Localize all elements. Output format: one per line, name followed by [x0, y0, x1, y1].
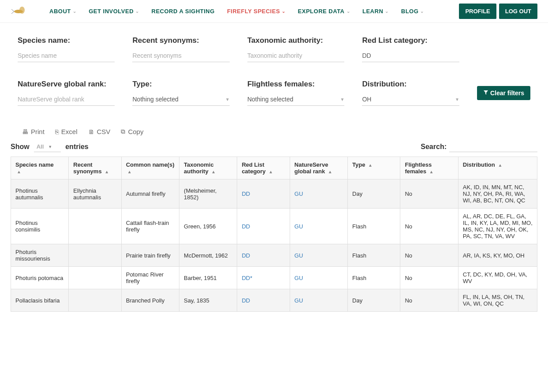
nav-item-record-a-sighting[interactable]: RECORD A SIGHTING — [152, 8, 215, 15]
table-cell: GU — [290, 179, 347, 209]
nav-item-learn[interactable]: LEARN⌄ — [362, 8, 389, 15]
table-row: Photinus consimilisCattail flash-train f… — [11, 209, 537, 244]
select-value: Nothing selected — [132, 96, 178, 103]
csv-icon: 🗎 — [88, 128, 94, 135]
logout-button[interactable]: LOG OUT — [499, 4, 537, 19]
cell-link[interactable]: GU — [295, 223, 303, 230]
column-label: Red List category — [242, 161, 265, 175]
type-select[interactable]: Nothing selected ▼ — [132, 93, 229, 106]
filter-recent-synonyms: Recent synonyms: — [132, 36, 229, 62]
column-header[interactable]: Red List category ▲ — [237, 157, 290, 179]
entries-value: All — [37, 143, 44, 150]
table-cell: No — [400, 179, 458, 209]
clear-filters-button[interactable]: Clear filters — [477, 86, 530, 100]
nav-label: LEARN — [362, 8, 383, 15]
table-controls: Show All ▼ entries Search: — [0, 140, 548, 157]
table-cell: Photuris missouriensis — [11, 244, 69, 267]
cell-link[interactable]: GU — [295, 252, 303, 259]
search-input[interactable] — [449, 142, 537, 152]
cell-link[interactable]: DD — [242, 190, 250, 197]
cell-link[interactable]: DD* — [242, 275, 252, 281]
filter-label: Species name: — [18, 36, 115, 45]
nav-item-get-involved[interactable]: GET INVOLVED⌄ — [89, 8, 139, 15]
nav-label: EXPLORE DATA — [298, 8, 345, 15]
svg-point-1 — [19, 7, 25, 14]
table-cell: Autumnal firefly — [121, 179, 179, 209]
column-header[interactable]: Taxonomic authority ▲ — [179, 157, 237, 179]
table-row: Photuris potomacaPotomac River fireflyBa… — [11, 267, 537, 289]
table-cell: DD — [237, 244, 290, 267]
table-cell: DD — [237, 209, 290, 244]
filter-species-name: Species name: — [18, 36, 115, 62]
column-header[interactable]: Flightless females ▲ — [400, 157, 458, 179]
column-header[interactable]: Distribution ▲ — [458, 157, 537, 179]
caret-down-icon: ▼ — [455, 97, 459, 102]
table-cell: (Melsheimer, 1852) — [179, 179, 237, 209]
cell-link[interactable]: GU — [295, 297, 303, 304]
species-name-input[interactable] — [18, 49, 115, 62]
cell-link[interactable]: DD — [242, 223, 250, 230]
natureserve-input[interactable] — [18, 93, 115, 106]
filter-label: Taxonomic authority: — [247, 36, 344, 45]
profile-button[interactable]: PROFILE — [459, 4, 496, 19]
copy-button[interactable]: ⧉Copy — [121, 128, 143, 135]
sort-caret-icon: ▲ — [429, 169, 434, 174]
svg-line-2 — [11, 11, 14, 14]
cell-link[interactable]: GU — [295, 275, 303, 281]
table-cell: DD — [237, 179, 290, 209]
cell-link[interactable]: DD — [242, 297, 250, 304]
filter-flightless: Flightless females: Nothing selected ▼ — [247, 80, 344, 106]
filter-label: Distribution: — [362, 80, 459, 89]
recent-synonyms-input[interactable] — [132, 49, 229, 62]
copy-icon: ⧉ — [121, 128, 125, 135]
select-value: OH — [362, 96, 371, 103]
table-cell: Prairie train firefly — [121, 244, 179, 267]
cell-link[interactable]: GU — [295, 190, 303, 197]
column-header[interactable]: Recent synonyms ▲ — [69, 157, 121, 179]
excel-button[interactable]: ⎘Excel — [55, 128, 78, 135]
nav-item-firefly-species[interactable]: FIREFLY SPECIES⌄ — [227, 8, 286, 15]
entries-label: entries — [65, 143, 88, 151]
filter-label: Recent synonyms: — [132, 36, 229, 45]
nav-label: BLOG — [401, 8, 419, 15]
logo[interactable] — [11, 5, 28, 18]
column-header[interactable]: NatureServe global rank ▲ — [290, 157, 347, 179]
nav-item-blog[interactable]: BLOG⌄ — [401, 8, 424, 15]
clear-filters-wrap: Clear filters — [477, 80, 530, 106]
flightless-select[interactable]: Nothing selected ▼ — [247, 93, 344, 106]
red-list-input[interactable] — [362, 49, 459, 62]
table-cell: Day — [348, 179, 400, 209]
cell-link[interactable]: DD — [242, 252, 250, 259]
nav-item-about[interactable]: ABOUT⌄ — [49, 8, 76, 15]
filter-distribution: Distribution: OH ▼ — [362, 80, 459, 106]
distribution-select[interactable]: OH ▼ — [362, 93, 459, 106]
table-cell: GU — [290, 267, 347, 289]
excel-icon: ⎘ — [55, 128, 59, 135]
column-header[interactable]: Common name(s) ▲ — [121, 157, 179, 179]
table-row: Photinus autumnalisEllychnia autumnalisA… — [11, 179, 537, 209]
table-cell: Cattail flash-train firefly — [121, 209, 179, 244]
chevron-down-icon: ⌄ — [73, 9, 77, 14]
chevron-down-icon: ⌄ — [135, 9, 139, 14]
sort-caret-icon: ▲ — [498, 163, 502, 168]
column-label: Recent synonyms — [73, 161, 101, 175]
excel-label: Excel — [61, 128, 78, 135]
taxonomic-authority-input[interactable] — [247, 49, 344, 62]
select-value: Nothing selected — [247, 96, 293, 103]
table-cell: Flash — [348, 244, 400, 267]
table-row: Pollaclasis bifariaBranched PollySay, 18… — [11, 289, 537, 312]
table-cell: DD* — [237, 267, 290, 289]
csv-button[interactable]: 🗎CSV — [88, 128, 111, 135]
table-cell: Photuris potomaca — [11, 267, 69, 289]
column-header[interactable]: Type ▲ — [348, 157, 400, 179]
nav-label: GET INVOLVED — [89, 8, 134, 15]
table-cell: AL, AR, DC, DE, FL, GA, IL, IN, KY, LA, … — [458, 209, 537, 244]
sort-caret-icon: ▲ — [268, 169, 273, 174]
column-header[interactable]: Species name ▲ — [11, 157, 69, 179]
table-cell — [69, 267, 121, 289]
table-cell: Potomac River firefly — [121, 267, 179, 289]
nav-item-explore-data[interactable]: EXPLORE DATA⌄ — [298, 8, 350, 15]
print-button[interactable]: 🖶Print — [22, 128, 45, 135]
clear-filters-label: Clear filters — [490, 90, 524, 97]
entries-select[interactable]: All ▼ — [34, 142, 61, 152]
